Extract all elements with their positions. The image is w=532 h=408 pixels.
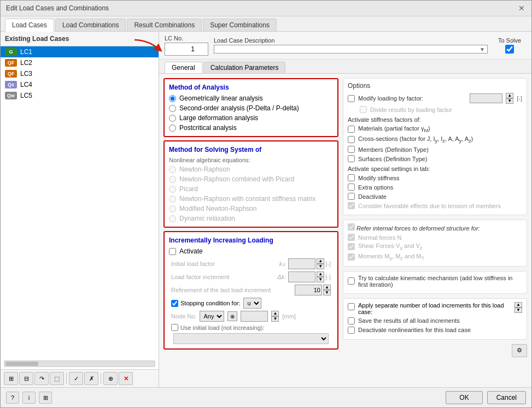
- lc-no-input[interactable]: [167, 45, 195, 53]
- save-results-checkbox[interactable]: [348, 317, 355, 324]
- desc-select[interactable]: [214, 45, 487, 53]
- remove-lc-button[interactable]: ✕: [119, 372, 133, 385]
- refer-moments-row: Moments My, Mz and MT: [348, 253, 522, 261]
- options-settings-button[interactable]: ⚙: [512, 344, 527, 357]
- refinement-input[interactable]: [295, 285, 322, 295]
- cancel-button[interactable]: Cancel: [487, 391, 526, 404]
- to-solve-checkbox[interactable]: [505, 45, 514, 54]
- deactivate-nl-checkbox[interactable]: [348, 327, 355, 334]
- stopping-select[interactable]: u: [243, 298, 261, 309]
- radio-second-order-input[interactable]: [169, 105, 176, 112]
- radio-postcritical-input[interactable]: [169, 125, 176, 132]
- refer-moments-checkbox: [348, 253, 355, 261]
- activate-checkbox[interactable]: [169, 248, 176, 255]
- tab-super-combinations[interactable]: Super Combinations: [203, 19, 277, 31]
- kinematic-checkbox[interactable]: [348, 277, 355, 285]
- analysis-method-group: Geometrically linear analysis Second-ord…: [169, 94, 333, 132]
- stiffness-members-checkbox[interactable]: [348, 146, 355, 153]
- load-factor-increment-input[interactable]: [288, 271, 315, 282]
- tab-general[interactable]: General: [165, 62, 202, 73]
- node-pick-button[interactable]: ⊕: [227, 311, 237, 321]
- info-button[interactable]: i: [22, 392, 36, 404]
- check-lc-button[interactable]: ✓: [69, 372, 83, 385]
- help-button[interactable]: ?: [6, 392, 19, 404]
- stiffness-surfaces-checkbox[interactable]: [348, 155, 355, 162]
- spin-down3[interactable]: ▼: [323, 290, 331, 295]
- node-value-input[interactable]: [241, 311, 268, 322]
- rename-lc-button[interactable]: ↷: [34, 372, 49, 385]
- stiffness-materials-checkbox[interactable]: [348, 126, 355, 133]
- radio-postcritical[interactable]: Postcritical analysis: [169, 124, 333, 132]
- init-load-select[interactable]: [173, 333, 329, 344]
- lc-name: LC4: [20, 81, 32, 88]
- modify-stiffness-checkbox[interactable]: [348, 174, 355, 181]
- lc-badge-g: G: [5, 48, 17, 56]
- list-item[interactable]: Qs LC4: [1, 79, 159, 90]
- list-scrollbar[interactable]: [4, 360, 155, 367]
- stiffness-materials-label: Materials (partial factor γM): [358, 125, 430, 133]
- list-item[interactable]: QF LC3: [1, 68, 159, 79]
- spin-modify-down[interactable]: ▼: [506, 98, 513, 104]
- radio-large-deform[interactable]: Large deformation analysis: [169, 114, 333, 122]
- stiffness-cross-sections-checkbox[interactable]: [348, 136, 355, 143]
- modify-loading-checkbox[interactable]: [348, 95, 355, 102]
- radio-nr-input: [169, 166, 176, 173]
- radio-linear-input[interactable]: [169, 95, 176, 102]
- init-load-select-row: [169, 333, 333, 344]
- spin-down2[interactable]: ▼: [317, 277, 324, 282]
- radio-large-deform-input[interactable]: [169, 115, 176, 122]
- renumber-lc-button[interactable]: ⬚: [50, 372, 64, 385]
- lc-header: LC No.: [159, 32, 531, 60]
- deactivate-label: Deactivate: [358, 193, 387, 200]
- nl-method-group: Newton-Raphson Newton-Raphson combined w…: [169, 165, 333, 222]
- spin-up[interactable]: ▲: [317, 258, 324, 264]
- radio-large-deform-label: Large deformation analysis: [179, 114, 258, 122]
- spin-down[interactable]: ▼: [317, 264, 324, 269]
- import-lc-button[interactable]: ⊕: [103, 372, 118, 385]
- tab-calculation-parameters[interactable]: Calculation Parameters: [203, 62, 286, 73]
- spin-apply-up[interactable]: ▲: [515, 302, 522, 308]
- list-item[interactable]: QF LC2: [1, 57, 159, 68]
- initial-load-factor-input[interactable]: [288, 258, 315, 269]
- deactivate-checkbox[interactable]: [348, 193, 355, 200]
- bottom-toolbar-right: OK Cancel: [446, 391, 526, 404]
- copy-lc-button[interactable]: ⊟: [19, 372, 33, 385]
- spin-apply-down[interactable]: ▼: [515, 308, 522, 313]
- export-button[interactable]: ⊞: [39, 392, 52, 404]
- apply-separate-checkbox[interactable]: [348, 303, 355, 310]
- radio-linear[interactable]: Geometrically linear analysis: [169, 94, 333, 102]
- stopping-check: Stopping condition for:: [171, 300, 240, 307]
- spin-modify-up[interactable]: ▲: [506, 93, 513, 98]
- new-lc-button[interactable]: ⊞: [4, 372, 18, 385]
- list-item[interactable]: Qw LC5: [1, 90, 159, 101]
- init-load-checkbox[interactable]: [171, 324, 178, 331]
- kinematic-row: Try to calculate kinematic mechanism (ad…: [348, 275, 522, 288]
- spin-up4[interactable]: ▲: [271, 311, 279, 316]
- stopping-checkbox[interactable]: [171, 300, 178, 307]
- tab-load-combinations[interactable]: Load Combinations: [55, 19, 126, 31]
- deactivate-nl-row: Deactivate nonlinearities for this load …: [348, 327, 522, 334]
- refer-moments-label: Moments My, Mz and MT: [358, 253, 424, 261]
- radio-dr-input: [169, 215, 176, 222]
- tab-result-combinations[interactable]: Result Combinations: [127, 19, 202, 31]
- spin-down4[interactable]: ▼: [271, 316, 279, 322]
- refer-checkbox: [348, 223, 355, 230]
- tab-load-cases[interactable]: Load Cases: [5, 19, 54, 32]
- extra-options-label: Extra options: [358, 184, 393, 191]
- spin-up3[interactable]: ▲: [323, 285, 331, 290]
- ok-button[interactable]: OK: [446, 391, 482, 404]
- spin-up2[interactable]: ▲: [317, 271, 324, 277]
- refer-shear-forces-row: Shear Forces Vy and Vz: [348, 243, 522, 251]
- extra-options-checkbox[interactable]: [348, 184, 355, 191]
- close-button[interactable]: ✕: [517, 4, 526, 13]
- radio-second-order[interactable]: Second-order analysis (P-Delta / P-delta…: [169, 104, 333, 112]
- toolbar-separator2: [101, 373, 101, 384]
- refer-normal-checkbox: [348, 234, 355, 241]
- right-panel: LC No.: [159, 32, 531, 387]
- stiffness-cross-sections-row: Cross-sections (factor for J, Iy, Iz, A,…: [348, 135, 522, 144]
- node-any-select[interactable]: Any: [200, 311, 224, 322]
- modify-loading-input[interactable]: [470, 93, 502, 103]
- delete-lc-button[interactable]: ✗: [84, 372, 98, 385]
- solving-system-title: Method for Solving System of: [169, 146, 333, 153]
- divide-results-row: Divide results by loading factor: [348, 106, 522, 113]
